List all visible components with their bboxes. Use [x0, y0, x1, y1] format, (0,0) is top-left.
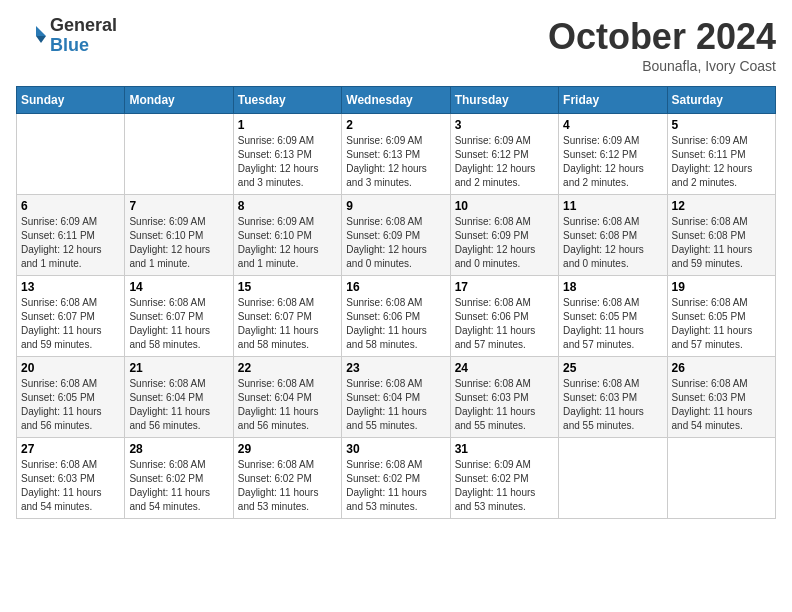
day-info: Sunrise: 6:08 AM Sunset: 6:02 PM Dayligh…: [346, 458, 445, 514]
calendar-cell: 18Sunrise: 6:08 AM Sunset: 6:05 PM Dayli…: [559, 276, 667, 357]
day-number: 7: [129, 199, 228, 213]
day-number: 4: [563, 118, 662, 132]
day-info: Sunrise: 6:08 AM Sunset: 6:04 PM Dayligh…: [238, 377, 337, 433]
day-number: 15: [238, 280, 337, 294]
calendar-week-row: 1Sunrise: 6:09 AM Sunset: 6:13 PM Daylig…: [17, 114, 776, 195]
logo-icon: [16, 21, 46, 51]
day-info: Sunrise: 6:08 AM Sunset: 6:05 PM Dayligh…: [21, 377, 120, 433]
day-number: 1: [238, 118, 337, 132]
day-number: 10: [455, 199, 554, 213]
day-number: 2: [346, 118, 445, 132]
calendar-cell: [125, 114, 233, 195]
calendar-week-row: 6Sunrise: 6:09 AM Sunset: 6:11 PM Daylig…: [17, 195, 776, 276]
calendar-cell: 25Sunrise: 6:08 AM Sunset: 6:03 PM Dayli…: [559, 357, 667, 438]
day-number: 20: [21, 361, 120, 375]
calendar-cell: 14Sunrise: 6:08 AM Sunset: 6:07 PM Dayli…: [125, 276, 233, 357]
day-info: Sunrise: 6:08 AM Sunset: 6:04 PM Dayligh…: [129, 377, 228, 433]
day-number: 5: [672, 118, 771, 132]
calendar-week-row: 20Sunrise: 6:08 AM Sunset: 6:05 PM Dayli…: [17, 357, 776, 438]
calendar-cell: 17Sunrise: 6:08 AM Sunset: 6:06 PM Dayli…: [450, 276, 558, 357]
day-info: Sunrise: 6:09 AM Sunset: 6:13 PM Dayligh…: [238, 134, 337, 190]
day-info: Sunrise: 6:08 AM Sunset: 6:03 PM Dayligh…: [455, 377, 554, 433]
calendar-cell: 11Sunrise: 6:08 AM Sunset: 6:08 PM Dayli…: [559, 195, 667, 276]
calendar-cell: 7Sunrise: 6:09 AM Sunset: 6:10 PM Daylig…: [125, 195, 233, 276]
calendar-cell: 6Sunrise: 6:09 AM Sunset: 6:11 PM Daylig…: [17, 195, 125, 276]
day-number: 31: [455, 442, 554, 456]
day-number: 27: [21, 442, 120, 456]
calendar-cell: 9Sunrise: 6:08 AM Sunset: 6:09 PM Daylig…: [342, 195, 450, 276]
page-header: General Blue October 2024 Bounafla, Ivor…: [16, 16, 776, 74]
weekday-header: Tuesday: [233, 87, 341, 114]
day-info: Sunrise: 6:08 AM Sunset: 6:03 PM Dayligh…: [563, 377, 662, 433]
day-number: 19: [672, 280, 771, 294]
day-info: Sunrise: 6:08 AM Sunset: 6:08 PM Dayligh…: [672, 215, 771, 271]
svg-marker-0: [36, 26, 46, 36]
calendar-cell: [667, 438, 775, 519]
day-number: 14: [129, 280, 228, 294]
calendar-cell: 30Sunrise: 6:08 AM Sunset: 6:02 PM Dayli…: [342, 438, 450, 519]
day-info: Sunrise: 6:09 AM Sunset: 6:02 PM Dayligh…: [455, 458, 554, 514]
calendar-cell: 22Sunrise: 6:08 AM Sunset: 6:04 PM Dayli…: [233, 357, 341, 438]
calendar-cell: 15Sunrise: 6:08 AM Sunset: 6:07 PM Dayli…: [233, 276, 341, 357]
calendar-cell: 10Sunrise: 6:08 AM Sunset: 6:09 PM Dayli…: [450, 195, 558, 276]
day-info: Sunrise: 6:09 AM Sunset: 6:10 PM Dayligh…: [129, 215, 228, 271]
day-info: Sunrise: 6:08 AM Sunset: 6:06 PM Dayligh…: [455, 296, 554, 352]
day-info: Sunrise: 6:08 AM Sunset: 6:05 PM Dayligh…: [672, 296, 771, 352]
day-number: 23: [346, 361, 445, 375]
day-number: 28: [129, 442, 228, 456]
day-info: Sunrise: 6:08 AM Sunset: 6:02 PM Dayligh…: [129, 458, 228, 514]
day-number: 8: [238, 199, 337, 213]
calendar-cell: [559, 438, 667, 519]
day-info: Sunrise: 6:08 AM Sunset: 6:07 PM Dayligh…: [21, 296, 120, 352]
day-number: 26: [672, 361, 771, 375]
day-number: 11: [563, 199, 662, 213]
weekday-header: Wednesday: [342, 87, 450, 114]
day-number: 9: [346, 199, 445, 213]
day-info: Sunrise: 6:08 AM Sunset: 6:09 PM Dayligh…: [455, 215, 554, 271]
day-info: Sunrise: 6:08 AM Sunset: 6:06 PM Dayligh…: [346, 296, 445, 352]
day-number: 25: [563, 361, 662, 375]
day-number: 29: [238, 442, 337, 456]
calendar-cell: 5Sunrise: 6:09 AM Sunset: 6:11 PM Daylig…: [667, 114, 775, 195]
day-info: Sunrise: 6:08 AM Sunset: 6:02 PM Dayligh…: [238, 458, 337, 514]
day-info: Sunrise: 6:08 AM Sunset: 6:03 PM Dayligh…: [672, 377, 771, 433]
calendar-cell: 23Sunrise: 6:08 AM Sunset: 6:04 PM Dayli…: [342, 357, 450, 438]
calendar-cell: 4Sunrise: 6:09 AM Sunset: 6:12 PM Daylig…: [559, 114, 667, 195]
day-info: Sunrise: 6:09 AM Sunset: 6:10 PM Dayligh…: [238, 215, 337, 271]
day-info: Sunrise: 6:08 AM Sunset: 6:09 PM Dayligh…: [346, 215, 445, 271]
day-info: Sunrise: 6:08 AM Sunset: 6:03 PM Dayligh…: [21, 458, 120, 514]
calendar-cell: 20Sunrise: 6:08 AM Sunset: 6:05 PM Dayli…: [17, 357, 125, 438]
logo: General Blue: [16, 16, 117, 56]
day-number: 17: [455, 280, 554, 294]
logo-text: General Blue: [50, 16, 117, 56]
calendar-cell: 19Sunrise: 6:08 AM Sunset: 6:05 PM Dayli…: [667, 276, 775, 357]
calendar-cell: 2Sunrise: 6:09 AM Sunset: 6:13 PM Daylig…: [342, 114, 450, 195]
day-info: Sunrise: 6:09 AM Sunset: 6:11 PM Dayligh…: [672, 134, 771, 190]
day-info: Sunrise: 6:08 AM Sunset: 6:08 PM Dayligh…: [563, 215, 662, 271]
calendar-cell: 21Sunrise: 6:08 AM Sunset: 6:04 PM Dayli…: [125, 357, 233, 438]
calendar-cell: 12Sunrise: 6:08 AM Sunset: 6:08 PM Dayli…: [667, 195, 775, 276]
day-number: 30: [346, 442, 445, 456]
day-number: 21: [129, 361, 228, 375]
weekday-header: Sunday: [17, 87, 125, 114]
day-number: 12: [672, 199, 771, 213]
logo-line1: General: [50, 16, 117, 36]
calendar-cell: 16Sunrise: 6:08 AM Sunset: 6:06 PM Dayli…: [342, 276, 450, 357]
day-number: 24: [455, 361, 554, 375]
location-subtitle: Bounafla, Ivory Coast: [548, 58, 776, 74]
day-number: 13: [21, 280, 120, 294]
day-info: Sunrise: 6:09 AM Sunset: 6:12 PM Dayligh…: [455, 134, 554, 190]
day-info: Sunrise: 6:08 AM Sunset: 6:05 PM Dayligh…: [563, 296, 662, 352]
calendar-header-row: SundayMondayTuesdayWednesdayThursdayFrid…: [17, 87, 776, 114]
calendar-cell: 8Sunrise: 6:09 AM Sunset: 6:10 PM Daylig…: [233, 195, 341, 276]
day-info: Sunrise: 6:09 AM Sunset: 6:12 PM Dayligh…: [563, 134, 662, 190]
weekday-header: Friday: [559, 87, 667, 114]
day-info: Sunrise: 6:08 AM Sunset: 6:07 PM Dayligh…: [238, 296, 337, 352]
calendar-cell: 1Sunrise: 6:09 AM Sunset: 6:13 PM Daylig…: [233, 114, 341, 195]
calendar-cell: 28Sunrise: 6:08 AM Sunset: 6:02 PM Dayli…: [125, 438, 233, 519]
calendar-cell: [17, 114, 125, 195]
calendar-cell: 3Sunrise: 6:09 AM Sunset: 6:12 PM Daylig…: [450, 114, 558, 195]
calendar-cell: 13Sunrise: 6:08 AM Sunset: 6:07 PM Dayli…: [17, 276, 125, 357]
logo-line2: Blue: [50, 36, 117, 56]
day-info: Sunrise: 6:09 AM Sunset: 6:13 PM Dayligh…: [346, 134, 445, 190]
